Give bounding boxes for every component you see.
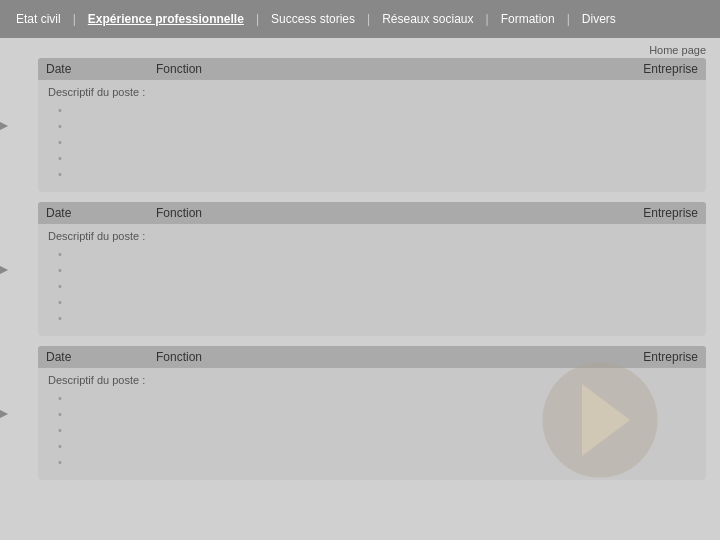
list-item [58, 102, 696, 118]
descriptif-label-1: Descriptif du poste : [48, 86, 696, 98]
list-item [58, 134, 696, 150]
nav-reseaux[interactable]: Réseaux sociaux [376, 8, 479, 30]
nav-sep-4: | [486, 12, 489, 26]
nav-sep-3: | [367, 12, 370, 26]
block-body-1: Descriptif du poste : [38, 80, 706, 182]
bullet-list-1 [48, 102, 696, 182]
nav-sep-1: | [73, 12, 76, 26]
arrow-icon-2: ► [0, 261, 12, 277]
list-item [58, 118, 696, 134]
col-date-3: Date [46, 350, 156, 364]
exp-block-3-wrapper: ► Date Fonction Entreprise Descriptif du… [14, 346, 706, 480]
main-content: ► Date Fonction Entreprise Descriptif du… [0, 48, 720, 490]
exp-block-2: Date Fonction Entreprise Descriptif du p… [38, 202, 706, 336]
nav-bar: Etat civil | Expérience professionnelle … [0, 0, 720, 38]
list-item [58, 262, 696, 278]
nav-sep-2: | [256, 12, 259, 26]
arrow-icon-3: ► [0, 405, 12, 421]
list-item [58, 294, 696, 310]
list-item [58, 310, 696, 326]
col-entreprise-1: Entreprise [558, 62, 698, 76]
block-header-3: Date Fonction Entreprise [38, 346, 706, 368]
nav-success[interactable]: Success stories [265, 8, 361, 30]
exp-block-1: Date Fonction Entreprise Descriptif du p… [38, 58, 706, 192]
arrow-icon-1: ► [0, 117, 12, 133]
list-item [58, 166, 696, 182]
descriptif-label-3: Descriptif du poste : [48, 374, 696, 386]
col-date-2: Date [46, 206, 156, 220]
list-item [58, 390, 696, 406]
col-fonction-3: Fonction [156, 350, 558, 364]
nav-formation[interactable]: Formation [495, 8, 561, 30]
block-header-2: Date Fonction Entreprise [38, 202, 706, 224]
exp-block-2-wrapper: ► Date Fonction Entreprise Descriptif du… [14, 202, 706, 336]
col-fonction-1: Fonction [156, 62, 558, 76]
bullet-list-3 [48, 390, 696, 470]
bullet-list-2 [48, 246, 696, 326]
list-item [58, 422, 696, 438]
col-entreprise-2: Entreprise [558, 206, 698, 220]
block-header-1: Date Fonction Entreprise [38, 58, 706, 80]
list-item [58, 278, 696, 294]
exp-block-3: Date Fonction Entreprise Descriptif du p… [38, 346, 706, 480]
list-item [58, 454, 696, 470]
list-item [58, 406, 696, 422]
list-item [58, 246, 696, 262]
nav-sep-5: | [567, 12, 570, 26]
descriptif-label-2: Descriptif du poste : [48, 230, 696, 242]
list-item [58, 150, 696, 166]
col-fonction-2: Fonction [156, 206, 558, 220]
exp-block-1-wrapper: ► Date Fonction Entreprise Descriptif du… [14, 58, 706, 192]
block-body-3: Descriptif du poste : [38, 368, 706, 470]
nav-etat-civil[interactable]: Etat civil [10, 8, 67, 30]
nav-divers[interactable]: Divers [576, 8, 622, 30]
col-date-1: Date [46, 62, 156, 76]
list-item [58, 438, 696, 454]
nav-experience[interactable]: Expérience professionnelle [82, 8, 250, 30]
block-body-2: Descriptif du poste : [38, 224, 706, 326]
home-page-link[interactable]: Home page [649, 44, 706, 56]
col-entreprise-3: Entreprise [558, 350, 698, 364]
